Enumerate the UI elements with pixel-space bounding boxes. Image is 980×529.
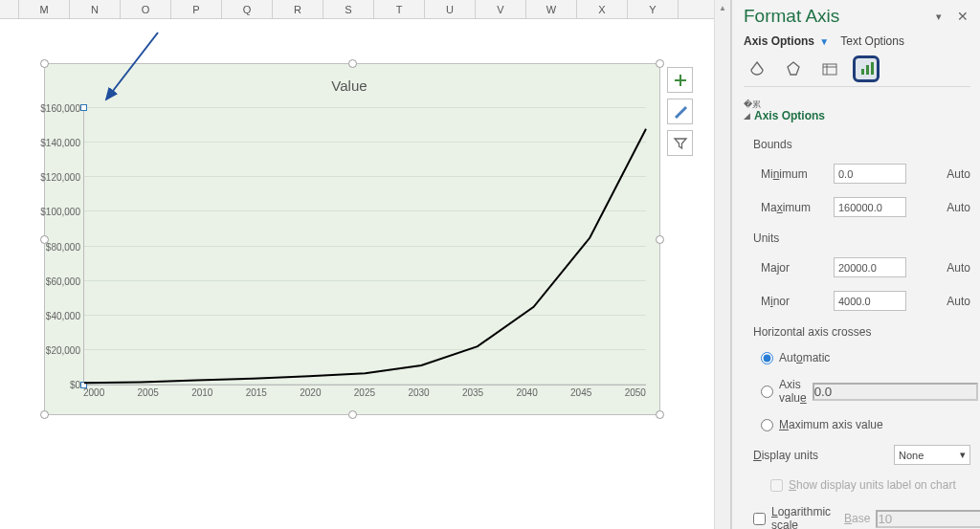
- brush-icon: [673, 104, 688, 120]
- x-axis[interactable]: 2000 2005 2010 2015 2020 2025 2030 2035 …: [83, 387, 646, 405]
- auto-button[interactable]: Auto: [947, 295, 970, 308]
- column-header[interactable]: Y: [628, 0, 679, 18]
- crosses-maximum-radio[interactable]: Maximum axis value: [744, 415, 970, 434]
- units-minor-input[interactable]: [834, 291, 906, 311]
- axis-options-icon[interactable]: [853, 55, 880, 82]
- column-header[interactable]: X: [577, 0, 628, 18]
- column-header[interactable]: S: [323, 0, 374, 18]
- resize-handle[interactable]: [656, 59, 664, 68]
- column-header[interactable]: W: [526, 0, 577, 18]
- vertical-scrollbar[interactable]: ▲: [714, 0, 730, 529]
- x-tick-label: 2015: [246, 387, 267, 405]
- plot-area[interactable]: $0 $20,000 $40,000 $60,000 $80,000 $100,…: [83, 108, 646, 386]
- show-display-units-label-checkbox: Show display units label on chart: [744, 475, 970, 495]
- radio-input[interactable]: [761, 352, 773, 364]
- x-tick-label: 2020: [300, 387, 321, 405]
- crosses-automatic-radio[interactable]: Automatic: [744, 348, 970, 367]
- pane-options-dropdown-icon[interactable]: ▾: [932, 11, 946, 23]
- x-tick-label: 2025: [354, 387, 375, 405]
- effects-icon[interactable]: [780, 55, 807, 82]
- plus-icon: [673, 73, 688, 88]
- radio-input[interactable]: [761, 419, 773, 431]
- bounds-maximum-input[interactable]: [834, 197, 906, 217]
- auto-button[interactable]: Auto: [947, 261, 970, 275]
- triangle-down-icon: ◢: [744, 111, 750, 121]
- tab-axis-options[interactable]: Axis Options ▼: [744, 34, 829, 48]
- field-label: Maximum: [761, 201, 828, 214]
- y-tick-label: $40,000: [46, 310, 84, 320]
- column-header[interactable]: O: [121, 0, 171, 18]
- display-units-row: Display units None ▾: [744, 442, 970, 468]
- resize-handle[interactable]: [40, 59, 49, 68]
- crosses-axis-value-input: [813, 383, 978, 401]
- units-minor-row: Minor Auto: [744, 288, 970, 314]
- svg-rect-7: [871, 62, 874, 75]
- units-major-row: Major Auto: [744, 254, 970, 280]
- bounds-maximum-row: Maximum Auto: [744, 194, 970, 220]
- close-icon[interactable]: ✕: [955, 9, 970, 24]
- funnel-icon: [673, 136, 688, 151]
- column-header[interactable]: V: [476, 0, 526, 18]
- field-label: Major: [761, 261, 828, 275]
- chart-element-buttons: [667, 67, 693, 156]
- column-header[interactable]: M: [19, 0, 70, 18]
- bounds-minimum-row: Minimum Auto: [744, 161, 970, 187]
- display-units-select[interactable]: None ▾: [894, 445, 970, 465]
- column-header[interactable]: N: [70, 0, 121, 18]
- resize-handle[interactable]: [656, 235, 664, 244]
- bounds-minimum-input[interactable]: [834, 164, 906, 184]
- section-label: Axis Options: [754, 109, 825, 122]
- crosses-axis-value-radio[interactable]: Axis value: [744, 375, 970, 408]
- column-header[interactable]: Q: [222, 0, 273, 18]
- x-tick-label: 2005: [138, 387, 159, 405]
- field-label: Minimum: [761, 167, 828, 181]
- auto-button[interactable]: Auto: [947, 167, 970, 181]
- chart-object[interactable]: Value $0 $20,000 $40,000 $60,000 $80,000…: [44, 63, 660, 415]
- resize-handle[interactable]: [656, 410, 664, 419]
- chart-filters-button[interactable]: [667, 130, 693, 156]
- crosses-label: Horizontal axis crosses: [744, 321, 970, 341]
- y-tick-label: $20,000: [46, 344, 84, 355]
- x-tick-label: 2010: [191, 387, 212, 405]
- column-header[interactable]: P: [171, 0, 222, 18]
- logarithmic-scale-checkbox[interactable]: Logarithmic scale Base: [744, 502, 970, 529]
- radio-input[interactable]: [761, 386, 773, 398]
- tab-text-options[interactable]: Text Options: [840, 34, 904, 48]
- units-label: Units: [744, 228, 970, 247]
- line-series[interactable]: [84, 108, 646, 385]
- field-label: Display units: [753, 449, 839, 462]
- chevron-down-icon: ▼: [819, 36, 829, 47]
- column-header[interactable]: R: [273, 0, 323, 18]
- units-major-input[interactable]: [834, 257, 906, 277]
- y-tick-label: $140,000: [40, 138, 84, 148]
- column-header[interactable]: U: [425, 0, 476, 18]
- column-header[interactable]: [0, 0, 19, 18]
- x-tick-label: 2030: [408, 387, 429, 405]
- svg-rect-6: [866, 65, 869, 75]
- format-axis-pane: Format Axis ▾ ✕ Axis Options ▼ Text Opti…: [731, 0, 980, 529]
- chart-title[interactable]: Value: [53, 72, 646, 98]
- bounds-label: Bounds: [744, 134, 970, 153]
- field-label: Minor: [761, 295, 828, 308]
- column-header[interactable]: T: [374, 0, 425, 18]
- resize-handle[interactable]: [348, 410, 357, 419]
- checkbox-input[interactable]: [753, 513, 766, 525]
- resize-handle[interactable]: [348, 59, 357, 68]
- y-tick-label: $60,000: [46, 276, 84, 286]
- scroll-up-icon[interactable]: ▲: [715, 0, 730, 16]
- resize-handle[interactable]: [40, 410, 49, 419]
- pane-tabs: Axis Options ▼ Text Options: [744, 34, 970, 48]
- chart-styles-button[interactable]: [667, 99, 693, 124]
- chart-elements-button[interactable]: [667, 67, 693, 93]
- x-tick-label: 2000: [83, 387, 104, 405]
- auto-button[interactable]: Auto: [947, 201, 970, 214]
- size-properties-icon[interactable]: [816, 55, 843, 82]
- checkbox-input: [770, 479, 783, 492]
- pane-category-icons: [744, 55, 970, 87]
- svg-rect-5: [861, 69, 864, 75]
- section-axis-options[interactable]: ◢ Axis Options: [744, 105, 970, 126]
- x-tick-label: 2045: [570, 387, 591, 405]
- y-tick-label: $80,000: [46, 241, 84, 252]
- fill-line-icon[interactable]: [744, 55, 770, 82]
- pane-title: Format Axis: [744, 6, 839, 27]
